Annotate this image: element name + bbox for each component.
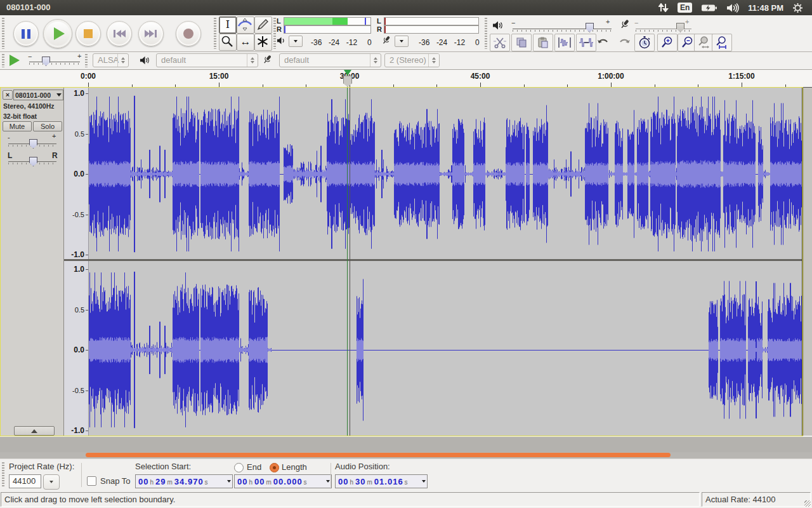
amplitude-tick	[86, 255, 88, 255]
selection-boundary-line[interactable]	[350, 88, 350, 436]
ruler-cursor-triangle[interactable]	[344, 70, 351, 76]
device-toolbar-grip[interactable]	[85, 54, 88, 67]
play-at-speed-button[interactable]	[8, 54, 22, 67]
pan-slider-thumb[interactable]	[29, 157, 37, 166]
time-digits[interactable]: 00.000	[273, 477, 303, 486]
time-digits[interactable]: 29	[155, 477, 166, 486]
resize-grip[interactable]	[804, 500, 811, 507]
skip-to-start-button[interactable]	[107, 21, 132, 46]
multi-tool-button[interactable]	[254, 34, 272, 51]
selection-tool-button[interactable]: I	[219, 17, 237, 34]
spinner-arrows-icon[interactable]	[247, 54, 258, 67]
time-digits[interactable]: 00	[254, 477, 265, 486]
envelope-tool-button[interactable]	[237, 17, 254, 34]
skip-start-tri2	[121, 30, 126, 37]
track-control-panel[interactable]: × 080101-000 Stereo, 44100Hz 32-bit floa…	[1, 88, 64, 436]
time-field-dropdown[interactable]	[225, 475, 232, 488]
undo-button[interactable]	[593, 34, 613, 51]
redo-button[interactable]	[614, 34, 634, 51]
play-speed-slider-track[interactable]	[29, 62, 80, 62]
sync-lock-clock-button[interactable]	[634, 34, 655, 51]
project-rate-dropdown[interactable]	[43, 474, 60, 490]
recording-meter-right-bar[interactable]	[384, 25, 479, 34]
cut-button[interactable]	[490, 34, 510, 51]
fit-selection-icon	[697, 36, 712, 50]
fit-project-button[interactable]	[712, 34, 732, 51]
trim-audio-button[interactable]	[554, 34, 575, 51]
snap-to-label: Snap To	[100, 476, 130, 486]
play-button[interactable]	[43, 19, 72, 48]
record-button[interactable]	[176, 21, 201, 46]
radio-end[interactable]	[234, 463, 244, 472]
playback-meter-right-bar[interactable]	[284, 25, 371, 34]
zoom-tool-button[interactable]	[219, 34, 237, 51]
paste-button[interactable]	[533, 34, 553, 51]
channel-divider[interactable]	[64, 259, 802, 261]
gain-slider-thumb[interactable]	[29, 139, 37, 149]
volume-icon[interactable]	[726, 3, 739, 13]
mixer-toolbar-grip[interactable]	[485, 18, 487, 49]
clock-label[interactable]: 11:48 PM	[748, 3, 783, 13]
recording-meter-left-bar[interactable]	[384, 17, 479, 25]
time-digits[interactable]: 00	[338, 477, 348, 486]
time-digits[interactable]: 34.970	[174, 477, 204, 486]
status-message: Click and drag to move left selection bo…	[1, 492, 700, 507]
time-digits[interactable]: 01.016	[374, 477, 403, 486]
mute-button[interactable]: Mute	[3, 121, 32, 131]
track-close-button[interactable]: ×	[3, 90, 13, 100]
spinner-arrows-icon[interactable]	[370, 54, 381, 67]
network-arrows-icon[interactable]	[658, 3, 669, 12]
amplitude-label: -1.0	[71, 250, 84, 259]
amplitude-label: 0.0	[74, 345, 84, 354]
audio-position-field[interactable]: 00h30m01.016s	[335, 474, 428, 488]
input-device-select[interactable]: default	[279, 53, 381, 67]
timeline-ruler[interactable]: 0:0015:0030:0045:001:00:001:15:00	[0, 70, 812, 88]
copy-button[interactable]	[511, 34, 532, 51]
playback-meter-left-bar[interactable]	[284, 17, 371, 25]
horizontal-scrollbar-thumb[interactable]	[86, 453, 671, 457]
zoom-in-button[interactable]	[657, 34, 678, 51]
selection-length-field[interactable]: 00h00m00.000s	[234, 474, 332, 488]
track-title-menu[interactable]: 080101-000	[13, 90, 63, 100]
selection-start-label: Selection Start:	[135, 462, 191, 471]
time-digits[interactable]: 00	[138, 477, 148, 486]
record-circle-icon	[183, 29, 193, 39]
project-rate-value[interactable]: 44100	[9, 474, 41, 488]
title-bar[interactable]: 080101-000 En 11:48 PM	[0, 0, 812, 15]
audio-host-value: ALSA	[98, 55, 119, 65]
keyboard-layout-indicator[interactable]: En	[678, 3, 692, 13]
time-field-dropdown[interactable]	[420, 475, 427, 488]
selection-toolbar-grip[interactable]	[2, 462, 4, 488]
output-volume-slider-track[interactable]	[513, 29, 612, 29]
horizontal-scrollbar-track[interactable]	[0, 452, 812, 458]
battery-icon[interactable]	[701, 4, 717, 12]
actual-rate-box: Actual Rate: 44100	[702, 492, 811, 507]
meter-toolbar-grip[interactable]	[273, 18, 276, 49]
radio-length[interactable]	[270, 463, 279, 472]
amplitude-ruler[interactable]: 1.00.50.0-0.5-1.01.00.50.0-0.5-1.0	[64, 88, 89, 436]
track-collapse-button[interactable]	[14, 426, 55, 436]
solo-button[interactable]: Solo	[33, 121, 62, 131]
skip-to-end-button[interactable]	[138, 21, 164, 46]
selection-start-field[interactable]: 00h29m34.970s	[135, 474, 233, 488]
spinner-arrows-icon[interactable]	[428, 54, 439, 67]
vertical-scrollbar[interactable]	[803, 88, 812, 436]
transport-toolbar-grip[interactable]	[2, 18, 4, 49]
time-shift-tool-button[interactable]: ↔	[237, 34, 254, 51]
transcription-toolbar-grip[interactable]	[2, 54, 4, 67]
spinner-arrows-icon[interactable]	[117, 54, 128, 67]
tools-toolbar-grip[interactable]	[214, 18, 216, 49]
snap-to-checkbox[interactable]	[87, 476, 96, 486]
draw-tool-button[interactable]	[254, 17, 272, 34]
audio-host-select[interactable]: ALSA	[93, 53, 129, 67]
output-device-select[interactable]: default	[156, 53, 258, 67]
waveform-display[interactable]	[89, 88, 802, 436]
stop-button[interactable]	[75, 21, 101, 46]
play-triangle-icon	[54, 27, 65, 40]
input-channels-select[interactable]: 2 (Stereo) In	[384, 53, 440, 67]
amplitude-label: -0.5	[72, 387, 84, 394]
time-digits[interactable]: 30	[355, 477, 365, 486]
pause-button[interactable]	[13, 21, 39, 46]
session-gear-icon[interactable]	[792, 3, 803, 13]
time-digits[interactable]: 00	[237, 477, 247, 486]
